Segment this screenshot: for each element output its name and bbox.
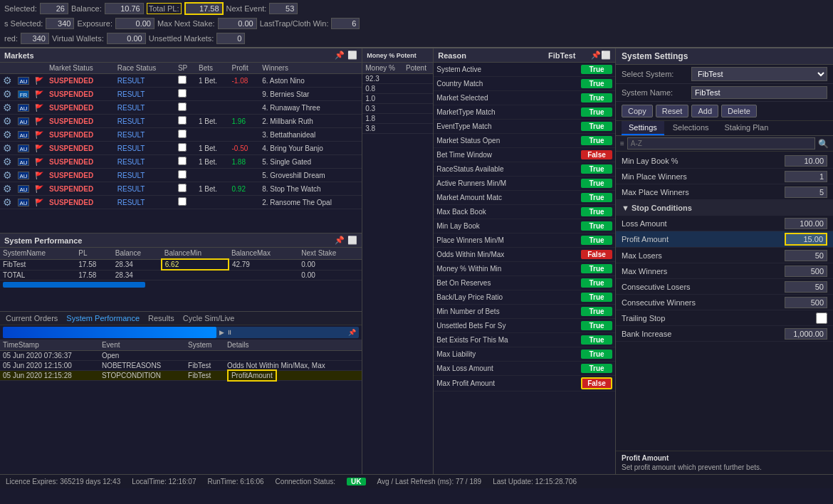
perf-table-row[interactable]: FibTest 17.58 28.34 6.62 42.79 0.00 — [0, 259, 362, 270]
unsettled-markets-label: Unsettled Markets: — [149, 34, 214, 43]
row-sp — [175, 101, 196, 115]
row-sp — [175, 169, 196, 182]
red-value[interactable] — [21, 33, 49, 44]
tab-current-orders[interactable]: Current Orders — [4, 313, 59, 323]
reset-button[interactable]: Reset — [656, 105, 689, 117]
setting-value[interactable] — [785, 328, 827, 340]
log-pin-icon[interactable]: 📌 — [348, 329, 356, 336]
selected-value[interactable] — [40, 3, 68, 14]
select-system-row: Select System: FibTest — [616, 65, 833, 84]
orders-table-row[interactable]: 05 Jun 2020 12:15:28 STOPCONDITION FibTe… — [0, 371, 362, 381]
race-table-row[interactable]: ⚙ AU 🚩 SUSPENDED RESULT 4. Runaway Three — [0, 101, 362, 115]
reason-name: Max Back Book — [436, 208, 578, 216]
next-event-value[interactable] — [269, 3, 298, 14]
race-table-row[interactable]: ⚙ AU 🚩 SUSPENDED RESULT 1 Bet. 1.88 5. S… — [0, 155, 362, 169]
reason-name: Max Liability — [436, 350, 578, 358]
race-table-row[interactable]: ⚙ AU 🚩 SUSPENDED RESULT 1 Bet. 0.92 8. S… — [0, 182, 362, 196]
setting-value[interactable] — [785, 250, 827, 261]
lasttrap-value[interactable] — [331, 18, 360, 29]
max-next-stake-label: Max Next Stake: — [157, 19, 215, 28]
select-system-dropdown[interactable]: FibTest — [691, 67, 827, 81]
money-table-row: 1.8 — [362, 114, 433, 124]
reason-name: Back/Lay Price Ratio — [436, 293, 578, 301]
reason-max-icon[interactable]: ⬜ — [601, 51, 611, 60]
reason-pin-icon[interactable]: 📌 — [591, 51, 601, 60]
race-table-title: Markets — [4, 51, 34, 60]
search-input[interactable] — [627, 137, 815, 149]
race-table-row[interactable]: ⚙ AU 🚩 SUSPENDED RESULT 1 Bet. -1.08 6. … — [0, 74, 362, 88]
balance-value[interactable] — [105, 3, 144, 14]
total-pl-value[interactable] — [184, 2, 224, 15]
stop-setting-item: Trailing Stop — [616, 310, 833, 326]
system-btn-row: Copy Reset Add Delete — [616, 102, 833, 121]
maximize-icon[interactable]: ⬜ — [347, 51, 357, 60]
setting-value[interactable] — [785, 155, 827, 167]
tab-staking-plan[interactable]: Staking Plan — [718, 121, 776, 135]
race-table-row[interactable]: ⚙ AU 🚩 SUSPENDED RESULT 2. Ransome The O… — [0, 196, 362, 209]
reason-badge: True — [581, 293, 612, 302]
row-money-pct: 1.8 — [362, 114, 403, 124]
setting-value[interactable] — [785, 266, 827, 277]
add-button[interactable]: Add — [691, 105, 718, 117]
unsettled-markets-value[interactable] — [216, 33, 245, 44]
tab-system-performance[interactable]: System Performance — [65, 313, 141, 323]
search-icon[interactable]: 🔍 — [818, 139, 829, 149]
stop-setting-item: Max Winners — [616, 263, 833, 279]
status-bar: Licence Expires: 365219 days 12:43 Local… — [0, 474, 833, 488]
row-winners: 4. Bring Your Banjo — [259, 142, 362, 155]
setting-label: Profit Amount — [622, 235, 785, 243]
row-profit: 0.92 — [229, 182, 260, 196]
reason-row: Country Match True — [434, 77, 615, 91]
pin-icon[interactable]: 📌 — [335, 51, 345, 60]
perf-max-icon[interactable]: ⬜ — [347, 236, 357, 245]
virtual-wallets-value[interactable] — [107, 33, 146, 44]
col-race-status: Race Status — [115, 63, 175, 74]
row-profit: -1.08 — [229, 74, 260, 88]
race-table-row[interactable]: ⚙ AU 🚩 SUSPENDED RESULT 5. Groveshill Dr… — [0, 169, 362, 182]
system-name-input[interactable] — [691, 86, 827, 99]
stop-conditions-header: ▼ Stop Conditions — [616, 200, 833, 216]
bs-selected-value[interactable] — [46, 18, 74, 29]
row-marker: 🚩 — [32, 169, 46, 182]
col-bets: Bets — [196, 63, 229, 74]
race-table-row[interactable]: ⚙ AU 🚩 SUSPENDED RESULT 1 Bet. -0.50 4. … — [0, 142, 362, 155]
setting-value[interactable] — [785, 281, 827, 293]
total-pl-label: Total PL: — [147, 3, 182, 14]
race-table-row[interactable]: ⚙ FR 🚩 SUSPENDED RESULT 9. Bernies Star — [0, 88, 362, 101]
max-next-stake-value[interactable] — [218, 18, 257, 29]
reason-badge: True — [581, 278, 612, 288]
setting-value[interactable] — [785, 218, 827, 229]
tab-selections[interactable]: Selections — [666, 121, 716, 135]
row-event: NOBETREASONS — [99, 361, 185, 371]
setting-value[interactable] — [785, 171, 827, 182]
setting-checkbox[interactable] — [816, 313, 827, 324]
exposure-label: Exposure: — [77, 19, 112, 28]
perf-pin-icon[interactable]: 📌 — [335, 236, 345, 245]
setting-value[interactable] — [785, 297, 827, 308]
tab-settings[interactable]: Settings — [622, 121, 664, 135]
row-race-status: RESULT — [115, 169, 175, 182]
copy-button[interactable]: Copy — [622, 105, 653, 117]
reason-badge: True — [581, 164, 612, 174]
row-flag: AU — [15, 74, 32, 88]
row-winners: 8. Stop The Watch — [259, 182, 362, 196]
race-table-row[interactable]: ⚙ AU 🚩 SUSPENDED RESULT 1 Bet. 1.96 2. M… — [0, 115, 362, 128]
delete-button[interactable]: Delete — [721, 105, 757, 117]
tab-cycle-sim[interactable]: Cycle Sim/Live — [182, 313, 236, 323]
race-table-row[interactable]: ⚙ AU 🚩 SUSPENDED RESULT 3. Bettathanidea… — [0, 128, 362, 142]
exposure-value[interactable] — [115, 18, 154, 29]
orders-table-row[interactable]: 05 Jun 2020 07:36:37 Open — [0, 351, 362, 361]
orders-tabs: Current Orders System Performance Result… — [0, 312, 362, 325]
row-potent — [403, 104, 433, 114]
setting-label: Max Winners — [622, 267, 785, 275]
tab-results[interactable]: Results — [147, 313, 176, 323]
row-race-status: RESULT — [115, 88, 175, 101]
setting-value[interactable] — [785, 187, 827, 198]
perf-table-row[interactable]: TOTAL 17.58 28.34 0.00 — [0, 270, 362, 280]
row-pl: 17.58 — [75, 259, 112, 270]
col-timestamp: TimeStamp — [0, 340, 99, 351]
perf-panel-title: System Performance — [4, 236, 82, 245]
setting-value[interactable] — [785, 233, 827, 246]
orders-table-row[interactable]: 05 Jun 2020 12:15:00 NOBETREASONS FibTes… — [0, 361, 362, 371]
reason-badge: True — [581, 335, 612, 345]
